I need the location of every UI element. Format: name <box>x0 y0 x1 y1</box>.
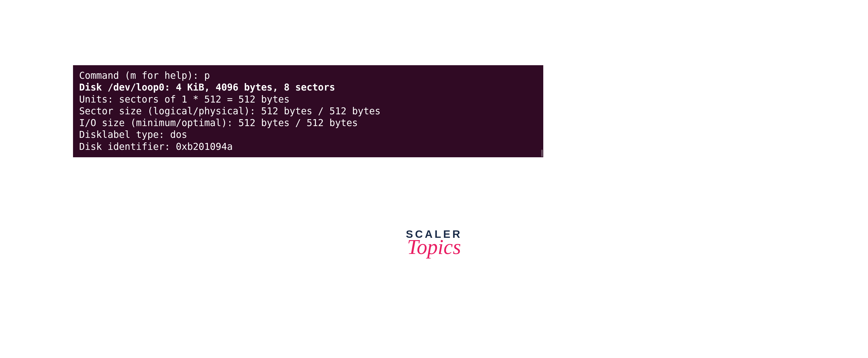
logo-text-topics: Topics <box>383 238 485 256</box>
terminal-line-disk: Disk /dev/loop0: 4 KiB, 4096 bytes, 8 se… <box>79 82 537 93</box>
terminal-line-io-size: I/O size (minimum/optimal): 512 bytes / … <box>79 117 537 129</box>
scrollbar-thumb[interactable] <box>541 149 543 157</box>
terminal-line-prompt: Command (m for help): p <box>79 70 537 82</box>
terminal-line-identifier: Disk identifier: 0xb201094a <box>79 141 537 153</box>
terminal-line-sector-size: Sector size (logical/physical): 512 byte… <box>79 105 537 117</box>
terminal-line-units: Units: sectors of 1 * 512 = 512 bytes <box>79 93 537 105</box>
terminal-window: Command (m for help): p Disk /dev/loop0:… <box>73 65 543 157</box>
brand-logo: SCALER Topics <box>383 229 485 256</box>
terminal-line-disklabel: Disklabel type: dos <box>79 129 537 141</box>
